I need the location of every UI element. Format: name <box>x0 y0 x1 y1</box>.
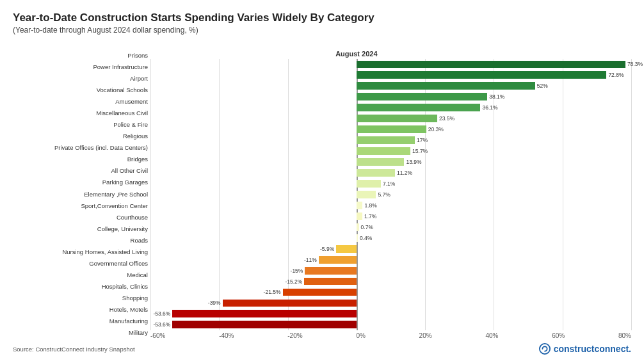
bar-value: 0.4% <box>360 235 372 241</box>
bar-value: 72.8% <box>608 72 624 78</box>
bars-rows: 78.3%72.8%52%38.1%36.1%23.5%20.3%17%15.7… <box>150 59 631 330</box>
source-text: Source: ConstructConnect Industry Snapsh… <box>13 346 135 353</box>
bar-value: 20.3% <box>428 126 444 132</box>
bar-row: -15% <box>150 265 631 276</box>
bar-value: 5.7% <box>378 191 390 198</box>
y-label: College, University <box>13 226 148 233</box>
bar-row: 17% <box>150 135 631 146</box>
y-label: Bridges <box>13 156 148 163</box>
bar-value: 0.7% <box>361 224 373 230</box>
y-label: Parking Garages <box>13 179 148 186</box>
bar-value: -5.9% <box>320 246 334 252</box>
y-label: Airport <box>13 76 148 83</box>
y-label: Hospitals, Clinics <box>13 284 148 291</box>
bar-row: 1.8% <box>150 200 631 211</box>
bar-value: 78.3% <box>627 61 643 67</box>
bar-value: 13.9% <box>406 159 421 165</box>
logo-text: constructconnect. <box>554 344 631 354</box>
y-label: Hotels, Motels <box>13 307 148 314</box>
bar-segment <box>357 61 625 68</box>
bar-row: 0.7% <box>150 221 631 232</box>
bar-row: 72.8% <box>150 70 631 81</box>
bar-row: 52% <box>150 81 631 92</box>
y-label: Miscellaneous Civil <box>13 110 148 117</box>
bar-segment <box>357 104 481 111</box>
bar-value: -39% <box>208 300 221 306</box>
bar-row: 36.1% <box>150 102 631 113</box>
x-axis: -60%-40%-20%0%20%40%60%80% <box>150 330 631 339</box>
footer: Source: ConstructConnect Industry Snapsh… <box>13 342 631 355</box>
chart-area: PrisonsPower InfrastructureAirportVocati… <box>13 40 631 339</box>
bar-segment <box>305 267 356 275</box>
bar-value: -15.2% <box>285 278 302 285</box>
y-label: Manufacturing <box>13 318 148 325</box>
grid-line <box>631 59 632 330</box>
bar-value: 7.1% <box>383 180 395 187</box>
bar-value: -53.6% <box>153 321 170 328</box>
bar-segment <box>357 93 487 100</box>
bar-row: 0.4% <box>150 232 631 243</box>
bar-row: 13.9% <box>150 157 631 168</box>
bar-segment <box>357 82 535 90</box>
bar-segment <box>357 234 358 242</box>
bar-value: -21.5% <box>264 289 281 295</box>
bar-row: 1.7% <box>150 211 631 221</box>
bar-value: 52% <box>537 83 548 89</box>
bar-row: 38.1% <box>150 92 631 102</box>
bar-row: -39% <box>150 298 631 309</box>
bar-segment <box>319 256 357 264</box>
x-axis-tick: -20% <box>287 332 302 339</box>
bars-section: August 2024 78.3%72.8%52%38.1%36.1%23.5%… <box>150 50 631 339</box>
y-label: Shopping <box>13 295 148 302</box>
bar-segment <box>357 147 410 155</box>
grid-and-bars: 78.3%72.8%52%38.1%36.1%23.5%20.3%17%15.7… <box>150 59 631 330</box>
bar-segment <box>357 202 363 209</box>
x-axis-tick: 60% <box>552 332 565 339</box>
bar-segment <box>304 278 357 285</box>
x-axis-tick: 20% <box>419 332 432 339</box>
bar-row: 20.3% <box>150 124 631 135</box>
bar-row: 11.2% <box>150 168 631 179</box>
chart-container: Year-to-Date Construction Starts Spendin… <box>0 0 644 361</box>
y-label: Private Offices (incl. Data Centers) <box>13 145 148 152</box>
bar-value: 38.1% <box>489 93 504 100</box>
bar-value: -15% <box>291 268 303 274</box>
y-label: Courthouse <box>13 214 148 221</box>
bar-segment <box>357 71 607 79</box>
y-label: All Other Civil <box>13 168 148 175</box>
y-label: Governmental Offices <box>13 261 148 268</box>
y-label: Elementary ,Pre School <box>13 191 148 198</box>
bar-value: 1.7% <box>364 213 376 220</box>
x-axis-tick: -60% <box>150 332 165 339</box>
bar-segment <box>357 180 381 188</box>
bar-value: 36.1% <box>483 104 498 111</box>
y-label: Power Infrastructure <box>13 64 148 71</box>
x-axis-tick: 40% <box>485 332 498 339</box>
logo-icon <box>539 343 551 355</box>
y-label: Nursing Homes, Assisted Living <box>13 249 148 256</box>
bar-segment <box>357 213 362 220</box>
logo: constructconnect. <box>539 343 631 355</box>
bar-row: -53.6% <box>150 319 631 330</box>
y-label: Prisons <box>13 52 148 60</box>
bar-row: 23.5% <box>150 113 631 124</box>
y-label: Police & Fire <box>13 122 148 129</box>
y-axis-labels: PrisonsPower InfrastructureAirportVocati… <box>13 50 150 339</box>
bar-segment <box>283 289 357 296</box>
bar-row: -5.9% <box>150 243 631 254</box>
y-label: Military <box>13 330 148 337</box>
bar-segment <box>357 136 415 144</box>
bar-value: -53.6% <box>153 310 170 317</box>
bar-value: 15.7% <box>412 148 428 154</box>
y-label: Medical <box>13 272 148 279</box>
bar-segment <box>357 191 376 198</box>
chart-subtitle: (Year-to-date through August 2024 dollar… <box>13 26 631 35</box>
bar-row: -53.6% <box>150 309 631 319</box>
x-axis-tick: -40% <box>219 332 234 339</box>
y-label: Roads <box>13 237 148 245</box>
bar-segment <box>172 310 357 317</box>
bar-value: -11% <box>304 257 317 263</box>
bar-segment <box>357 115 437 122</box>
x-axis-tick: 80% <box>618 332 631 339</box>
bar-segment <box>336 245 357 253</box>
